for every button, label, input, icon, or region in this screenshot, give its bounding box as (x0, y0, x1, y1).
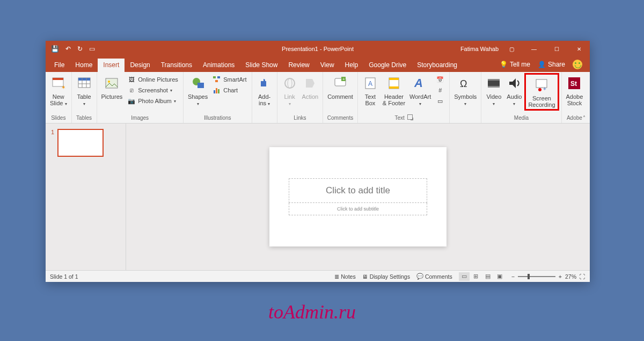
fit-to-window-button[interactable]: ⛶ (580, 273, 586, 280)
display-settings-button[interactable]: 🖥Display Settings (362, 273, 410, 280)
shapes-icon (191, 74, 205, 92)
tab-slideshow[interactable]: Slide Show (240, 59, 283, 72)
notes-button[interactable]: ≣Notes (334, 273, 355, 280)
tab-file[interactable]: File (49, 59, 70, 72)
new-slide-button[interactable]: ✶ New Slide ▾ (48, 73, 69, 108)
screen-recording-icon: + (535, 76, 548, 94)
new-slide-label: New Slide (50, 93, 64, 106)
tab-help[interactable]: Help (340, 59, 364, 72)
textbox-label: Text Box (365, 93, 376, 106)
svg-text:✶: ✶ (61, 84, 65, 90)
share-button[interactable]: 👤Share (538, 61, 565, 68)
view-buttons: ▭ ⊞ ▤ ▣ (459, 272, 505, 281)
photo-album-button[interactable]: 📷Photo Album ▾ (126, 96, 180, 106)
maximize-button[interactable]: ☐ (547, 41, 566, 57)
tab-design[interactable]: Design (125, 59, 155, 72)
online-pictures-icon: 🖼 (127, 75, 136, 84)
shapes-label: Shapes (188, 93, 208, 100)
dialog-launcher-icon[interactable] (407, 114, 413, 120)
link-button[interactable]: Link▾ (280, 73, 300, 108)
sorter-view-button[interactable]: ⊞ (471, 272, 481, 281)
thumbnail-pane[interactable]: 1 (46, 124, 126, 270)
redo-icon[interactable]: ↻ (77, 45, 83, 53)
slide-thumbnail[interactable] (57, 129, 104, 157)
zoom-in-button[interactable]: + (559, 273, 562, 280)
group-addins-label (254, 114, 275, 122)
adobe-stock-button[interactable]: St Adobe Stock (564, 73, 586, 107)
online-pictures-button[interactable]: 🖼Online Pictures (126, 74, 180, 85)
user-name[interactable]: Fatima Wahab (460, 46, 499, 52)
chevron-down-icon: ▾ (197, 101, 199, 106)
normal-view-button[interactable]: ▭ (459, 272, 470, 281)
feedback-smiley-icon[interactable] (573, 60, 582, 69)
link-icon (283, 74, 296, 92)
svg-rect-4 (78, 78, 90, 81)
chart-label: Chart (223, 87, 238, 93)
zoom-slider[interactable] (518, 276, 555, 277)
tab-view[interactable]: View (315, 59, 340, 72)
svg-marker-20 (306, 79, 314, 88)
action-label: Action (302, 93, 319, 100)
title-bar: 💾 ↶ ↻ ▭ Presentation1 - PowerPoint Fatim… (46, 41, 590, 57)
pictures-button[interactable]: Pictures (99, 73, 125, 101)
tab-storyboarding[interactable]: Storyboarding (412, 59, 463, 72)
audio-button[interactable]: Audio▾ (504, 73, 524, 108)
date-time-button[interactable]: 📅 (434, 74, 446, 85)
comment-icon: + (333, 74, 347, 92)
comment-button[interactable]: + Comment (325, 73, 355, 101)
svg-marker-34 (509, 78, 516, 88)
photo-album-label: Photo Album (138, 98, 171, 104)
title-placeholder[interactable]: Click to add title (289, 178, 427, 203)
tab-transitions[interactable]: Transitions (156, 59, 197, 72)
collapse-ribbon-button[interactable]: ˄ (583, 115, 586, 121)
slide-number-button[interactable]: # (434, 85, 446, 96)
zoom-thumb[interactable] (528, 274, 530, 279)
tab-googledrive[interactable]: Google Drive (363, 59, 412, 72)
undo-icon[interactable]: ↶ (65, 45, 71, 53)
start-from-beginning-icon[interactable]: ▭ (89, 45, 95, 53)
close-button[interactable]: ✕ (569, 41, 589, 57)
tab-insert[interactable]: Insert (98, 59, 125, 72)
ribbon-tabs: File Home Insert Design Transitions Anim… (46, 57, 590, 72)
tab-animations[interactable]: Animations (197, 59, 240, 72)
action-button[interactable]: Action (300, 73, 321, 101)
svg-rect-14 (215, 80, 218, 82)
app-window: 💾 ↶ ↻ ▭ Presentation1 - PowerPoint Fatim… (46, 41, 590, 282)
table-button[interactable]: Table▾ (74, 73, 94, 108)
addins-button[interactable]: Add- ins ▾ (254, 73, 275, 108)
bulb-icon: 💡 (500, 61, 508, 68)
reading-view-button[interactable]: ▤ (482, 272, 493, 281)
slideshow-view-button[interactable]: ▣ (494, 272, 505, 281)
zoom-percent[interactable]: 27% (565, 273, 576, 280)
slide-editor[interactable]: Click to add title Click to add subtitle (126, 124, 590, 270)
subtitle-placeholder[interactable]: Click to add subtitle (289, 203, 427, 215)
minimize-button[interactable]: — (524, 41, 544, 57)
zoom-out-button[interactable]: − (511, 273, 515, 280)
textbox-icon: A (364, 74, 377, 92)
tab-review[interactable]: Review (283, 59, 314, 72)
screenshot-button[interactable]: ⎚Screenshot ▾ (126, 85, 180, 96)
slide-canvas[interactable]: Click to add title Click to add subtitle (269, 147, 447, 246)
photo-album-icon: 📷 (127, 97, 136, 105)
ribbon-options-button[interactable]: ▢ (502, 41, 521, 57)
window-title: Presentation1 - PowerPoint (282, 46, 354, 52)
header-footer-button[interactable]: Header & Footer (380, 73, 407, 107)
chart-button[interactable]: Chart (211, 85, 248, 96)
comments-status-button[interactable]: 💬Comments (416, 273, 452, 280)
wordart-button[interactable]: A WordArt▾ (407, 73, 433, 108)
tell-me-search[interactable]: 💡Tell me (500, 61, 530, 68)
chevron-down-icon: ▾ (83, 101, 85, 106)
screen-recording-button[interactable]: + Screen Recording (524, 73, 559, 111)
smartart-button[interactable]: SmartArt (211, 74, 248, 85)
workspace: 1 Click to add title Click to add subtit… (46, 124, 590, 270)
textbox-button[interactable]: A Text Box (360, 73, 380, 107)
quick-access-toolbar: 💾 ↶ ↻ ▭ (46, 45, 100, 53)
group-illustrations-label: Illustrations (186, 114, 250, 122)
save-icon[interactable]: 💾 (51, 45, 59, 53)
shapes-button[interactable]: Shapes▾ (186, 73, 210, 108)
object-button[interactable]: ▭ (434, 96, 446, 106)
comments-icon: 💬 (416, 273, 423, 280)
video-button[interactable]: Video▾ (484, 73, 504, 108)
tab-home[interactable]: Home (70, 59, 98, 72)
symbols-button[interactable]: Ω Symbols▾ (452, 73, 479, 108)
